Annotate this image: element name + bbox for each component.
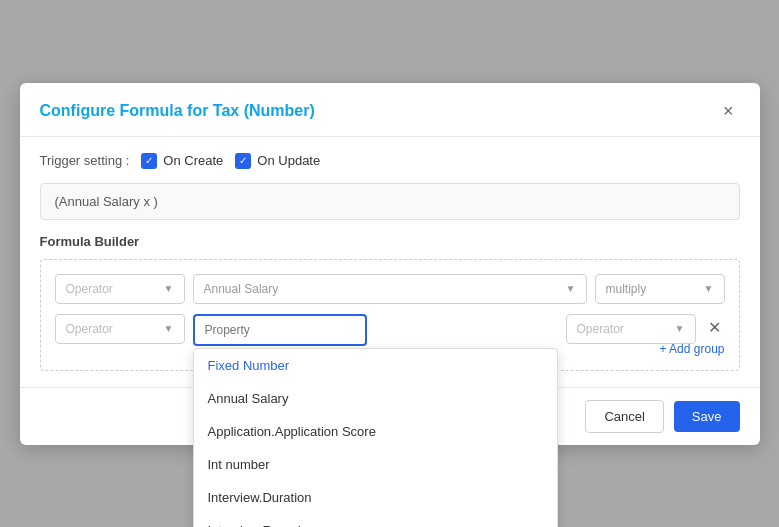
modal-overlay: Configure Formula for Tax (Number) × Tri…	[0, 0, 779, 527]
row1-operator-value: Operator	[66, 282, 113, 296]
modal-body: Trigger setting : ✓ On Create ✓ On Updat…	[20, 137, 760, 387]
row2-property-dropdown-container: Fixed Number Annual Salary Application.A…	[193, 314, 558, 346]
row2-delete-button[interactable]: ✕	[704, 314, 725, 341]
title-prefix: Configure Formula for	[40, 102, 213, 119]
builder-row-1: Operator ▼ Annual Salary ▼ multiply ▼	[55, 274, 725, 304]
configure-formula-modal: Configure Formula for Tax (Number) × Tri…	[20, 83, 760, 445]
add-group-button[interactable]: + Add group	[659, 342, 724, 356]
property-dropdown-menu: Fixed Number Annual Salary Application.A…	[193, 348, 558, 528]
row2-operation-value: Operator	[577, 322, 624, 336]
builder-row-2: Operator ▼ Fixed Number Annual Salary Ap…	[55, 314, 725, 346]
trigger-label: Trigger setting :	[40, 153, 130, 168]
row2-operator-chevron: ▼	[164, 323, 174, 334]
dropdown-item-int-number[interactable]: Int number	[194, 448, 557, 481]
row1-operation-chevron: ▼	[704, 283, 714, 294]
row2-operation-chevron: ▼	[675, 323, 685, 334]
row1-operator-chevron: ▼	[164, 283, 174, 294]
row1-property-chevron: ▼	[566, 283, 576, 294]
on-update-checkbox[interactable]: ✓	[235, 153, 251, 169]
row1-property-value: Annual Salary	[204, 282, 279, 296]
title-highlight: Tax	[213, 102, 239, 119]
row2-operation-select[interactable]: Operator ▼	[566, 314, 696, 344]
cancel-button[interactable]: Cancel	[585, 400, 663, 433]
row2-operator-value: Operator	[66, 322, 113, 336]
dropdown-item-interview-duration[interactable]: Interview.Duration	[194, 481, 557, 514]
dropdown-item-annual-salary[interactable]: Annual Salary	[194, 382, 557, 415]
dropdown-item-application-score[interactable]: Application.Application Score	[194, 415, 557, 448]
title-suffix: (Number)	[239, 102, 315, 119]
formula-display: (Annual Salary x )	[40, 183, 740, 220]
on-create-item: ✓ On Create	[141, 153, 223, 169]
modal-header: Configure Formula for Tax (Number) ×	[20, 83, 760, 137]
trigger-setting: Trigger setting : ✓ On Create ✓ On Updat…	[40, 153, 740, 169]
row1-operation-select[interactable]: multiply ▼	[595, 274, 725, 304]
close-button[interactable]: ×	[717, 99, 740, 124]
row2-operator-select[interactable]: Operator ▼	[55, 314, 185, 344]
formula-builder-label: Formula Builder	[40, 234, 740, 249]
on-update-item: ✓ On Update	[235, 153, 320, 169]
row1-operator-select[interactable]: Operator ▼	[55, 274, 185, 304]
row2-property-input[interactable]	[193, 314, 367, 346]
dropdown-item-interview-round[interactable]: Interview.Round	[194, 514, 557, 528]
on-create-label: On Create	[163, 153, 223, 168]
on-update-label: On Update	[257, 153, 320, 168]
on-create-checkbox[interactable]: ✓	[141, 153, 157, 169]
save-button[interactable]: Save	[674, 401, 740, 432]
modal-title: Configure Formula for Tax (Number)	[40, 102, 315, 120]
row1-operation-value: multiply	[606, 282, 647, 296]
builder-container: Operator ▼ Annual Salary ▼ multiply ▼	[40, 259, 740, 371]
row1-property-select[interactable]: Annual Salary ▼	[193, 274, 587, 304]
dropdown-item-fixed-number[interactable]: Fixed Number	[194, 349, 557, 382]
